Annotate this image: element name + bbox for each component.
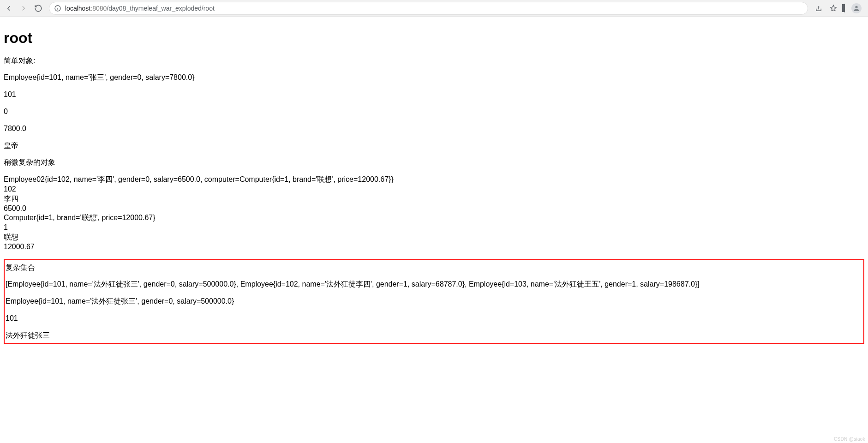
employee1-id: 101	[4, 90, 864, 100]
side-panel-icon[interactable]	[844, 4, 845, 12]
profile-avatar-icon[interactable]	[851, 3, 862, 13]
employee1-gender: 0	[4, 107, 864, 117]
toolbar-right	[814, 3, 863, 13]
bookmark-star-icon[interactable]	[829, 4, 838, 12]
employee1-salary: 7800.0	[4, 124, 864, 134]
url-host: localhost	[65, 5, 90, 12]
computer-price: 12000.67	[4, 242, 864, 252]
share-icon[interactable]	[814, 4, 823, 12]
page-body: root 简单对象: Employee{id=101, name='张三', g…	[0, 17, 868, 443]
employee2-id: 102	[4, 185, 864, 194]
highlight-box: 复杂集合 [Employee{id=101, name='法外狂徒张三', ge…	[4, 259, 864, 344]
computer-brand: 联想	[4, 233, 864, 242]
label-simple-object: 简单对象:	[4, 56, 864, 66]
reload-icon[interactable]	[34, 4, 42, 12]
employee2-tostring: Employee02{id=102, name='李四', gender=0, …	[4, 175, 864, 185]
page-title: root	[4, 29, 864, 48]
url-port: :8080	[90, 5, 107, 12]
url-text: localhost:8080/day08_thymeleaf_war_explo…	[65, 5, 215, 12]
browser-toolbar: localhost:8080/day08_thymeleaf_war_explo…	[0, 0, 868, 17]
employee2-salary: 6500.0	[4, 204, 864, 214]
forward-icon[interactable]	[19, 4, 28, 12]
list-item0-id: 101	[6, 314, 862, 323]
computer-id: 1	[4, 223, 864, 233]
employee2-name: 李四	[4, 194, 864, 204]
employee-list-tostring: [Employee{id=101, name='法外狂徒张三', gender=…	[6, 280, 862, 289]
site-info-icon[interactable]	[54, 5, 61, 12]
list-item0-tostring: Employee{id=101, name='法外狂徒张三', gender=0…	[6, 297, 862, 306]
back-icon[interactable]	[5, 4, 13, 12]
svg-point-3	[855, 6, 857, 8]
label-complex-collection: 复杂集合	[6, 263, 862, 273]
label-complex-object: 稍微复杂的对象	[4, 158, 864, 168]
computer-tostring: Computer{id=1, brand='联想', price=12000.6…	[4, 213, 864, 223]
emperor-text: 皇帝	[4, 141, 864, 151]
list-item0-name: 法外狂徒张三	[6, 331, 862, 341]
address-bar[interactable]: localhost:8080/day08_thymeleaf_war_explo…	[49, 2, 808, 15]
watermark-text: CSDN @siaok	[834, 436, 865, 442]
employee1-tostring: Employee{id=101, name='张三', gender=0, sa…	[4, 73, 864, 83]
url-path: /day08_thymeleaf_war_exploded/root	[107, 5, 215, 12]
